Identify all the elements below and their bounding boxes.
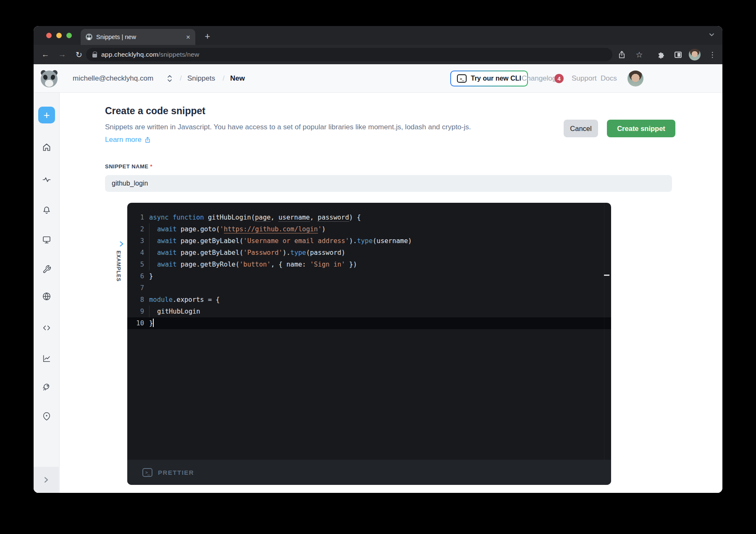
code-line-10[interactable]: 10} xyxy=(127,317,611,329)
ssl-lock-icon[interactable] xyxy=(92,54,97,58)
line-number: 7 xyxy=(127,282,144,294)
tab-close-icon[interactable]: × xyxy=(186,34,190,41)
line-code: } xyxy=(149,270,153,282)
share-icon[interactable] xyxy=(614,45,629,64)
code-line-3[interactable]: 3 await page.getByLabel('Username or ema… xyxy=(127,235,611,247)
changelog-count-badge: 4 xyxy=(554,74,564,83)
changelog-link[interactable]: Changelog xyxy=(522,64,556,93)
code-lines: 1async function gitHubLogin(page, userna… xyxy=(127,203,611,460)
code-line-2[interactable]: 2 await page.goto('https://github.com/lo… xyxy=(127,223,611,235)
docs-link[interactable]: Docs xyxy=(601,64,617,93)
sidebar-locations-pin-icon[interactable] xyxy=(34,411,60,421)
sidebar-home-icon[interactable] xyxy=(34,142,60,152)
learn-more-link[interactable]: Learn more xyxy=(105,136,151,144)
code-line-8[interactable]: 8module.exports = { xyxy=(127,294,611,306)
code-line-9[interactable]: 9 gitHubLogin xyxy=(127,306,611,317)
create-new-button[interactable]: + xyxy=(38,107,55,123)
app-body: + xyxy=(34,93,722,493)
browser-profile-avatar[interactable] xyxy=(687,45,702,64)
address-bar[interactable]: app.checklyhq.com/snippets/new xyxy=(86,48,612,61)
page-title: Create a code snippet xyxy=(105,105,205,117)
breadcrumb-current: New xyxy=(230,64,245,93)
code-line-1[interactable]: 1async function gitHubLogin(page, userna… xyxy=(127,212,611,223)
sidebar-dashboards-monitor-icon[interactable] xyxy=(34,235,60,245)
line-code: await page.getByLabel('Password').type(p… xyxy=(149,247,345,259)
sidebar-monitoring-pulse-icon[interactable] xyxy=(34,175,60,185)
sidebar-deployments-rocket-icon[interactable] xyxy=(34,382,60,392)
side-panel-icon[interactable] xyxy=(670,45,685,64)
bookmark-star-icon[interactable]: ☆ xyxy=(632,45,647,64)
extensions-puzzle-icon[interactable] xyxy=(654,45,669,64)
macos-zoom-button[interactable] xyxy=(66,33,72,38)
line-number: 5 xyxy=(127,259,144,270)
browser-tab[interactable]: Snippets | new × xyxy=(81,29,195,45)
reload-button[interactable]: ↻ xyxy=(71,50,87,60)
checkly-logo[interactable] xyxy=(40,70,58,88)
cancel-button[interactable]: Cancel xyxy=(564,120,598,137)
required-asterisk: * xyxy=(150,163,153,170)
text-cursor xyxy=(153,319,154,327)
line-number: 10 xyxy=(127,317,144,329)
external-link-icon xyxy=(144,136,151,143)
editor-scrollbar[interactable] xyxy=(604,203,604,460)
macos-minimize-button[interactable] xyxy=(56,33,62,38)
line-number: 6 xyxy=(127,270,144,282)
tab-favicon-checkly-icon xyxy=(86,34,92,40)
browser-toolbar: ← → ↻ app.checklyhq.com/snippets/new ☆ ⋮ xyxy=(34,45,722,64)
main-content: Create a code snippet Snippets are writt… xyxy=(60,93,722,493)
browser-window: Snippets | new × + ← → ↻ app.checklyhq.c… xyxy=(34,26,722,493)
prettier-label: PRETTIER xyxy=(158,469,194,476)
screenshot-stage: Snippets | new × + ← → ↻ app.checklyhq.c… xyxy=(0,0,756,534)
line-number: 3 xyxy=(127,235,144,247)
line-code: async function gitHubLogin(page, usernam… xyxy=(149,212,361,223)
sidebar-maintenance-wrench-icon[interactable] xyxy=(34,264,60,274)
sidebar-snippets-code-icon[interactable] xyxy=(34,323,60,333)
examples-expand-chevron-icon[interactable] xyxy=(118,241,125,247)
code-editor[interactable]: 1async function gitHubLogin(page, userna… xyxy=(127,203,611,485)
line-code: await page.getByRole('button', { name: '… xyxy=(149,259,357,270)
line-code: await page.goto('https://github.com/logi… xyxy=(149,223,326,235)
line-number: 2 xyxy=(127,223,144,235)
sidebar-analytics-chart-icon[interactable] xyxy=(34,353,60,364)
back-button[interactable]: ← xyxy=(37,50,54,59)
user-avatar[interactable] xyxy=(627,64,643,93)
url-text[interactable]: app.checklyhq.com/snippets/new xyxy=(101,51,199,58)
breadcrumb-separator: / xyxy=(180,64,182,93)
line-code: await page.getByLabel('Username or email… xyxy=(149,235,412,247)
page-description: Snippets are written in Javascript. You … xyxy=(105,123,471,131)
prettier-terminal-icon: >_ xyxy=(142,468,152,477)
snippet-name-label: SNIPPET NAME* xyxy=(105,163,152,170)
tab-strip: Snippets | new × + xyxy=(34,26,722,45)
sidebar: + xyxy=(34,93,60,493)
terminal-icon: >_ xyxy=(457,74,467,83)
breadcrumb-separator: / xyxy=(223,64,225,93)
forward-button[interactable]: → xyxy=(54,50,71,59)
line-number: 8 xyxy=(127,294,144,306)
try-cli-button[interactable]: >_ Try our new CLI xyxy=(450,71,528,86)
line-number: 9 xyxy=(127,306,144,317)
account-switcher-chevrons-icon[interactable] xyxy=(166,64,173,93)
account-switcher[interactable]: michelle@checklyhq.com xyxy=(73,64,153,93)
sidebar-collapse-band[interactable] xyxy=(34,467,59,493)
code-line-7[interactable]: 7 xyxy=(127,282,611,294)
code-line-5[interactable]: 5 await page.getByRole('button', { name:… xyxy=(127,259,611,270)
create-snippet-button[interactable]: Create snippet xyxy=(607,120,675,137)
sidebar-private-locations-globe-icon[interactable] xyxy=(34,291,60,301)
support-link[interactable]: Support xyxy=(572,64,597,93)
app-header: michelle@checklyhq.com / Snippets / New … xyxy=(34,64,722,93)
line-code: gitHubLogin xyxy=(149,306,200,317)
sidebar-collapse-chevron-icon xyxy=(43,476,50,484)
examples-tab[interactable]: EXAMPLES xyxy=(116,251,121,282)
editor-footer: >_ PRETTIER xyxy=(127,460,611,485)
browser-menu-kebab-icon[interactable]: ⋮ xyxy=(705,45,720,64)
code-line-6[interactable]: 6} xyxy=(127,270,611,282)
code-line-4[interactable]: 4 await page.getByLabel('Password').type… xyxy=(127,247,611,259)
tab-title: Snippets | new xyxy=(96,34,182,40)
macos-close-button[interactable] xyxy=(46,33,52,38)
snippet-name-input[interactable] xyxy=(105,175,672,192)
line-code: } xyxy=(149,317,154,329)
sidebar-alerts-bell-icon[interactable] xyxy=(34,205,60,215)
new-tab-button[interactable]: + xyxy=(202,31,213,42)
tab-search-chevron-icon[interactable] xyxy=(709,32,715,37)
breadcrumb-snippets[interactable]: Snippets xyxy=(187,64,215,93)
